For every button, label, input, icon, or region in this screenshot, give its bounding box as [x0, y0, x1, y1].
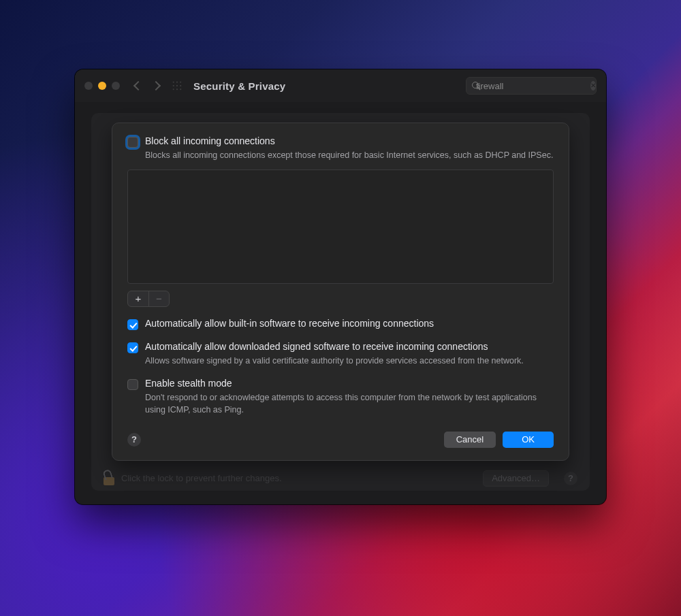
- sheet-footer: ? Cancel OK: [127, 432, 554, 448]
- traffic-lights: [84, 82, 120, 90]
- lock-text: Click the lock to prevent further change…: [121, 473, 282, 483]
- bottom-bar: Click the lock to prevent further change…: [91, 461, 590, 491]
- firewall-options-sheet: Block all incoming connections Blocks al…: [112, 123, 569, 461]
- stealth-checkbox[interactable]: [127, 379, 138, 390]
- auto-signed-row: Automatically allow downloaded signed so…: [127, 341, 554, 367]
- forward-button[interactable]: [151, 81, 161, 91]
- add-remove-group: + −: [127, 291, 170, 307]
- back-button[interactable]: [133, 81, 143, 91]
- help-button[interactable]: ?: [127, 433, 141, 447]
- cancel-button[interactable]: Cancel: [444, 432, 496, 448]
- clear-search-button[interactable]: ✕: [590, 81, 596, 91]
- show-all-icon[interactable]: [172, 80, 183, 91]
- lock-icon: [104, 472, 114, 485]
- lock-control[interactable]: Click the lock to prevent further change…: [104, 472, 282, 485]
- minimize-window-button[interactable]: [98, 82, 106, 90]
- auto-builtin-checkbox[interactable]: [127, 319, 138, 330]
- block-all-description: Blocks all incoming connections except t…: [145, 149, 553, 161]
- search-field[interactable]: ✕: [466, 77, 597, 95]
- add-button[interactable]: +: [128, 291, 148, 306]
- block-all-label: Block all incoming connections: [145, 135, 553, 146]
- titlebar: Security & Privacy ✕: [75, 69, 606, 102]
- block-all-row: Block all incoming connections Blocks al…: [127, 135, 554, 161]
- advanced-button[interactable]: Advanced…: [483, 470, 549, 487]
- applications-list[interactable]: [127, 169, 554, 284]
- block-all-checkbox[interactable]: [127, 137, 138, 148]
- remove-button[interactable]: −: [148, 291, 169, 306]
- auto-signed-label: Automatically allow downloaded signed so…: [145, 341, 524, 352]
- ok-button[interactable]: OK: [503, 432, 554, 448]
- window-title: Security & Privacy: [193, 80, 285, 92]
- stealth-row: Enable stealth mode Don't respond to or …: [127, 378, 554, 416]
- auto-signed-checkbox[interactable]: [127, 342, 138, 353]
- maximize-window-button[interactable]: [112, 82, 120, 90]
- close-window-button[interactable]: [84, 82, 93, 90]
- nav-buttons: [135, 82, 159, 89]
- auto-builtin-row: Automatically allow built-in software to…: [127, 318, 554, 333]
- preferences-window: Security & Privacy ✕ Block all incoming …: [75, 69, 606, 504]
- stealth-label: Enable stealth mode: [145, 378, 554, 389]
- help-button-main[interactable]: ?: [564, 472, 577, 485]
- auto-builtin-label: Automatically allow built-in software to…: [145, 318, 434, 329]
- auto-signed-description: Allows software signed by a valid certif…: [145, 355, 524, 367]
- search-input[interactable]: [476, 81, 590, 91]
- stealth-description: Don't respond to or acknowledge attempts…: [145, 391, 554, 416]
